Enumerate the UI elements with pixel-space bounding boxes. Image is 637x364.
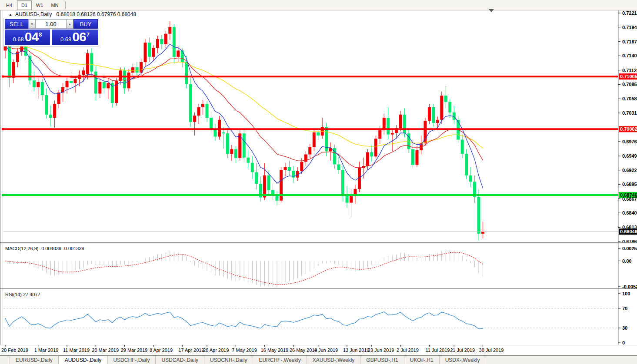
svg-text:7 May 2019: 7 May 2019 <box>232 347 257 353</box>
buy-price-pip: 7 <box>87 31 90 38</box>
svg-text:11 Jul 2019: 11 Jul 2019 <box>425 347 450 353</box>
sell-price-panel[interactable]: 0.68 04 8 <box>5 30 50 45</box>
chart-tab-usdx-weekly[interactable]: USDX-,Weekly <box>440 356 486 364</box>
chart-title: ▲ AUDUSD-,Daily 0.68018 0.68126 0.67976 … <box>9 11 136 17</box>
svg-text:0.69220: 0.69220 <box>622 168 637 173</box>
svg-text:0.00: 0.00 <box>622 258 631 264</box>
svg-text:0.70855: 0.70855 <box>622 82 637 87</box>
ohlc-readout: 0.68018 0.68126 0.67976 0.68048 <box>57 11 137 17</box>
sell-price-prefix: 0.68 <box>13 36 24 43</box>
tab-bar-stub <box>0 357 10 364</box>
svg-text:0.68675: 0.68675 <box>622 196 637 202</box>
svg-text:4 Jun 2019: 4 Jun 2019 <box>314 347 338 353</box>
chart-tab-usdchf-daily[interactable]: USDCHF-,Daily <box>107 356 156 364</box>
macd-indicator-label: MACD(12,26,9) -0.004039 -0.001339 <box>5 246 84 251</box>
svg-text:13 Jun 2019: 13 Jun 2019 <box>343 347 370 353</box>
svg-text:0.71005: 0.71005 <box>620 74 637 79</box>
svg-text:20 Mar 2019: 20 Mar 2019 <box>92 347 119 353</box>
svg-text:-0.005234: -0.005234 <box>622 284 637 289</box>
buy-price-main: 06 <box>72 30 86 44</box>
svg-text:20 Feb 2019: 20 Feb 2019 <box>1 347 28 353</box>
svg-text:29 Mar 2019: 29 Mar 2019 <box>121 347 148 353</box>
chart-tab-xauusd-weekly[interactable]: XAUUSD-,Weekly <box>307 356 360 364</box>
svg-text:100: 100 <box>622 291 630 296</box>
one-click-panel-toggle-icon[interactable]: ▲ <box>9 13 12 17</box>
mt4-window: { "toolbar":{"timeframes":[{"label":"H4"… <box>0 0 637 364</box>
svg-text:0.71125: 0.71125 <box>622 68 637 73</box>
svg-text:28 Apr 2019: 28 Apr 2019 <box>203 347 229 353</box>
svg-text:17 Apr 2019: 17 Apr 2019 <box>178 347 204 353</box>
chart-tab-usdcnh-daily[interactable]: USDCNH-,Daily <box>204 356 253 364</box>
svg-text:1 Mar 2019: 1 Mar 2019 <box>34 347 59 353</box>
svg-text:30 Jul 2019: 30 Jul 2019 <box>479 347 504 353</box>
svg-text:0.002522: 0.002522 <box>622 246 637 251</box>
svg-text:0.69765: 0.69765 <box>622 139 637 144</box>
svg-text:26 May 2019: 26 May 2019 <box>290 347 317 353</box>
buy-button[interactable]: BUY <box>73 19 98 29</box>
svg-text:0: 0 <box>622 340 625 345</box>
svg-text:0.68950: 0.68950 <box>622 182 637 187</box>
chart-tab-bar: EURUSD-,DailyAUDUSD-,DailyUSDCHF-,DailyU… <box>0 355 637 364</box>
sell-price-pip: 8 <box>39 31 42 38</box>
sell-button[interactable]: SELL <box>5 19 28 29</box>
svg-text:11 Mar 2019: 11 Mar 2019 <box>63 347 90 353</box>
chart-tab-usdcad-daily[interactable]: USDCAD-,Daily <box>156 356 204 364</box>
chart-tab-gbpusd-h1[interactable]: GBPUSD-,H1 <box>360 356 404 364</box>
volume-input[interactable] <box>36 19 66 29</box>
chart-tab-ukoil-h1[interactable]: UKOil-,H1 <box>404 356 440 364</box>
sell-price-main: 04 <box>25 30 38 44</box>
spin-up-icon: ▲ <box>68 23 71 26</box>
buy-price-prefix: 0.68 <box>60 36 71 43</box>
svg-text:0.68405: 0.68405 <box>622 210 637 215</box>
svg-text:0.71400: 0.71400 <box>622 53 637 58</box>
chart-tab-eurchf-weekly[interactable]: EURCHF-,Weekly <box>253 356 307 364</box>
svg-text:70: 70 <box>622 306 627 311</box>
volume-decrease-button[interactable]: ▼ <box>28 19 36 29</box>
svg-text:0.71670: 0.71670 <box>622 39 637 44</box>
svg-text:0.70310: 0.70310 <box>622 110 637 116</box>
volume-increase-button[interactable]: ▲ <box>66 19 73 29</box>
spin-down-icon: ▼ <box>30 23 33 26</box>
svg-text:2 Jul 2019: 2 Jul 2019 <box>397 347 419 353</box>
rsi-indicator-label: RSI(14) 27.4077 <box>5 292 40 297</box>
svg-text:8 Apr 2019: 8 Apr 2019 <box>150 347 173 353</box>
chart-tab-audusd-daily[interactable]: AUDUSD-,Daily <box>59 355 108 364</box>
svg-text:0.70002: 0.70002 <box>620 126 637 132</box>
svg-text:30: 30 <box>622 325 627 331</box>
chart-tab-eurusd-daily[interactable]: EURUSD-,Daily <box>10 356 59 364</box>
chart-canvas[interactable]: 0.710050.700020.687460.680480.722150.719… <box>0 0 637 364</box>
svg-text:21 Jul 2019: 21 Jul 2019 <box>450 347 475 353</box>
svg-text:0.67860: 0.67860 <box>622 239 637 244</box>
symbol-title: AUDUSD-,Daily <box>15 11 52 17</box>
svg-text:0.71945: 0.71945 <box>622 25 637 30</box>
svg-text:0.69490: 0.69490 <box>622 153 637 159</box>
svg-text:0.68130: 0.68130 <box>622 225 637 230</box>
svg-text:0.72215: 0.72215 <box>622 10 637 16</box>
svg-text:0.70580: 0.70580 <box>622 96 637 101</box>
one-click-trading-panel: SELL ▼ ▲ BUY 0.68 04 8 0.68 06 7 <box>3 18 99 46</box>
buy-price-panel[interactable]: 0.68 06 7 <box>52 30 98 45</box>
svg-text:16 May 2019: 16 May 2019 <box>261 347 289 353</box>
svg-text:23 Jun 2019: 23 Jun 2019 <box>368 347 394 353</box>
